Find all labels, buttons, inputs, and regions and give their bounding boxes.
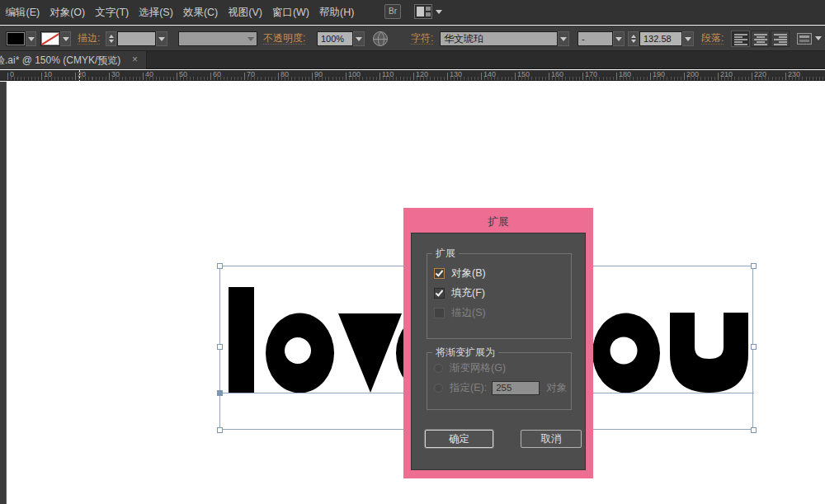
ruler-label: 170: [585, 70, 597, 78]
ruler-tick: [346, 73, 346, 80]
menu-item[interactable]: 编辑(E): [1, 0, 45, 25]
paragraph-label[interactable]: 段落:: [701, 33, 724, 45]
globe-icon[interactable]: [373, 31, 388, 46]
horizontal-ruler[interactable]: 0102030405060708090100110120130140150160…: [0, 70, 825, 81]
ruler-tick: [616, 73, 617, 80]
ruler-tick: [41, 73, 42, 80]
stroke-swatch-none[interactable]: [40, 31, 60, 46]
ruler-label: 230: [788, 70, 800, 78]
ruler-label: 30: [111, 70, 120, 78]
workspace-layout-button[interactable]: [414, 4, 442, 19]
menu-item[interactable]: 窗口(W): [267, 0, 314, 25]
checkbox-stroke[interactable]: [434, 308, 445, 318]
selection-handle[interactable]: [751, 344, 757, 350]
ruler-tick: [244, 73, 245, 80]
ruler-tick: [109, 73, 110, 80]
radio-gradient-mesh[interactable]: [434, 364, 443, 373]
ruler-label: 110: [382, 70, 394, 78]
checkbox-row-object[interactable]: 对象(B): [434, 266, 486, 280]
opacity-label[interactable]: 不透明度:: [263, 33, 305, 45]
align-left-button[interactable]: [731, 31, 750, 47]
opacity-dropdown[interactable]: [353, 31, 365, 46]
checkbox-fill[interactable]: [434, 288, 445, 299]
document-tab[interactable]: 验.ai* @ 150% (CMYK/预览) ×: [0, 51, 147, 69]
ruler-label: 210: [720, 70, 733, 78]
ruler-tick: [210, 73, 211, 80]
stroke-width-stepper[interactable]: [106, 31, 116, 46]
ruler-tick: [515, 73, 516, 80]
chevron-down-icon[interactable]: [815, 36, 822, 40]
font-style-dropdown[interactable]: [613, 31, 625, 46]
menu-item[interactable]: 对象(O): [45, 0, 90, 25]
specify-objects-field[interactable]: 255: [492, 381, 540, 395]
stroke-label[interactable]: 描边:: [78, 33, 100, 45]
font-size-field[interactable]: 132.58: [639, 31, 682, 46]
align-right-button[interactable]: [771, 31, 790, 47]
menu-item[interactable]: 文字(T): [91, 0, 134, 25]
expand-group: 扩展 对象(B) 填充(F) 描边(S): [427, 253, 572, 339]
width-profile-field[interactable]: [178, 31, 257, 46]
stroke-width-field[interactable]: [117, 31, 156, 46]
font-size-dropdown[interactable]: [682, 31, 694, 46]
ruler-label: 70: [247, 70, 255, 78]
menu-item[interactable]: 帮助(H): [315, 0, 359, 25]
opacity-field[interactable]: 100%: [317, 31, 353, 46]
checkbox-row-stroke[interactable]: 描边(S): [434, 306, 486, 320]
close-icon[interactable]: ×: [132, 54, 138, 65]
selection-handle[interactable]: [751, 263, 757, 269]
cancel-button[interactable]: 取消: [521, 430, 582, 448]
ok-button[interactable]: 确定: [425, 430, 493, 448]
fill-swatch[interactable]: [6, 31, 26, 46]
ruler-label: 190: [653, 70, 665, 78]
gradient-group-label: 将渐变扩展为: [432, 347, 498, 358]
control-bar: 描边: 不透明度: 100% 字符: 华文琥珀 - 132.58 段落:: [0, 26, 825, 51]
style-panel-icon[interactable]: [797, 33, 812, 45]
font-size-stepper[interactable]: [628, 31, 639, 46]
layout-icon: [414, 4, 432, 19]
expand-group-label: 扩展: [432, 248, 459, 259]
ruler-tick: [7, 73, 8, 80]
ruler-tick: [312, 73, 313, 80]
checkbox-object[interactable]: [434, 268, 445, 279]
ruler-label: 140: [483, 70, 496, 78]
ruler-label: 90: [314, 70, 323, 78]
ruler-label: 150: [517, 70, 530, 78]
ruler-label: 220: [754, 70, 766, 78]
stroke-width-dropdown[interactable]: [156, 31, 167, 46]
ruler-tick: [481, 73, 482, 80]
dialog-title: 扩展: [403, 214, 593, 229]
radio-specify[interactable]: [434, 384, 443, 393]
checkbox-row-fill[interactable]: 填充(F): [434, 286, 485, 300]
character-label[interactable]: 字符:: [411, 33, 433, 45]
align-center-button[interactable]: [751, 31, 770, 47]
ruler-tick: [447, 73, 448, 80]
ruler-tick: [718, 73, 719, 80]
selection-handle[interactable]: [217, 427, 223, 433]
menu-item[interactable]: 效果(C): [178, 0, 222, 25]
stroke-color-control[interactable]: [40, 31, 71, 46]
ruler-tick: [785, 73, 786, 80]
fill-color-control[interactable]: [6, 31, 36, 46]
menu-item[interactable]: 选择(S): [134, 0, 178, 25]
fill-dropdown[interactable]: [26, 31, 36, 46]
font-style-field[interactable]: -: [578, 31, 613, 46]
font-family-field[interactable]: 华文琥珀: [440, 31, 558, 46]
ruler-label: 50: [179, 70, 187, 78]
radio-row-specify[interactable]: 指定(E): 255 对象: [434, 381, 567, 395]
ruler-tick: [549, 73, 549, 80]
selection-baseline-handle[interactable]: [217, 390, 223, 396]
radio-row-mesh[interactable]: 渐变网格(G): [434, 361, 506, 375]
bridge-icon[interactable]: Br: [384, 4, 401, 19]
font-family-dropdown[interactable]: [558, 31, 569, 46]
selection-handle[interactable]: [217, 344, 223, 350]
ruler-tick: [380, 73, 380, 80]
ruler-label: 120: [416, 70, 428, 78]
selection-handle[interactable]: [751, 427, 757, 433]
ruler-label: 200: [686, 70, 699, 78]
selection-handle[interactable]: [217, 263, 223, 269]
ruler-label: 100: [348, 70, 361, 78]
ruler-tick: [650, 73, 651, 80]
menu-item[interactable]: 视图(V): [224, 0, 267, 25]
stroke-dropdown[interactable]: [60, 31, 71, 46]
ruler-label: 180: [619, 70, 631, 78]
